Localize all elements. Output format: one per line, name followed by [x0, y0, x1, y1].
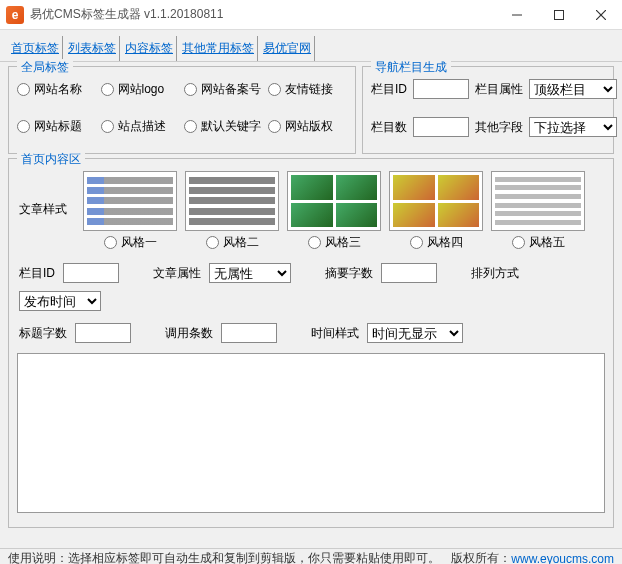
tab-official[interactable]: 易优官网	[260, 36, 315, 61]
radio-site-icp[interactable]: 网站备案号	[184, 81, 264, 98]
radio-default-kw[interactable]: 默认关键字	[184, 118, 264, 135]
style-radio-2[interactable]: 风格二	[206, 234, 259, 251]
radio-copyright[interactable]: 网站版权	[268, 118, 348, 135]
main-legend: 首页内容区	[17, 151, 85, 168]
style-radio-1[interactable]: 风格一	[104, 234, 157, 251]
radio-site-logo[interactable]: 网站logo	[101, 81, 181, 98]
tab-list[interactable]: 列表标签	[65, 36, 120, 61]
output-textarea[interactable]	[17, 353, 605, 513]
style-radio-3[interactable]: 风格三	[308, 234, 361, 251]
attr-label: 文章属性	[153, 265, 201, 282]
style-thumb-5	[491, 171, 585, 231]
style-thumb-2	[185, 171, 279, 231]
tab-home[interactable]: 首页标签	[8, 36, 63, 61]
status-bar: 使用说明：选择相应标签即可自动生成和复制到剪辑版，你只需要粘贴使用即可。 版权所…	[0, 548, 622, 564]
time-select[interactable]: 时间无显示	[367, 323, 463, 343]
summary-label: 摘要字数	[325, 265, 373, 282]
attr-select[interactable]: 无属性	[209, 263, 291, 283]
style-label: 文章样式	[19, 171, 75, 218]
style-radio-4[interactable]: 风格四	[410, 234, 463, 251]
global-tags-group: 全局标签 网站名称 网站logo 网站备案号 友情链接 网站标题 站点描述 默认…	[8, 66, 356, 154]
app-logo-icon: e	[6, 6, 24, 24]
main-group: 首页内容区 文章样式 风格一 风格二 风格三 风格四 风格五	[8, 158, 614, 528]
close-button[interactable]	[580, 0, 622, 30]
style-thumb-4	[389, 171, 483, 231]
col-id-input[interactable]	[63, 263, 119, 283]
radio-site-desc[interactable]: 站点描述	[101, 118, 181, 135]
sort-select[interactable]: 发布时间	[19, 291, 101, 311]
style-thumb-3	[287, 171, 381, 231]
svg-rect-1	[555, 10, 564, 19]
style-radio-5[interactable]: 风格五	[512, 234, 565, 251]
window-title: 易优CMS标签生成器 v1.1.20180811	[30, 6, 496, 23]
sort-label: 排列方式	[471, 265, 519, 282]
radio-site-title[interactable]: 网站标题	[17, 118, 97, 135]
title-len-input[interactable]	[75, 323, 131, 343]
style-thumb-1	[83, 171, 177, 231]
nav-col-count-input[interactable]	[413, 117, 469, 137]
status-copyright-label: 版权所有：	[451, 550, 511, 564]
count-input[interactable]	[221, 323, 277, 343]
nav-col-id-input[interactable]	[413, 79, 469, 99]
minimize-button[interactable]	[496, 0, 538, 30]
nav-group: 导航栏目生成 栏目ID 栏目属性 顶级栏目 栏目数 其他字段 下拉选择	[362, 66, 614, 154]
status-help: 使用说明：选择相应标签即可自动生成和复制到剪辑版，你只需要粘贴使用即可。	[8, 550, 440, 564]
col-id-label: 栏目ID	[19, 265, 55, 282]
radio-site-name[interactable]: 网站名称	[17, 81, 97, 98]
nav-col-id-label: 栏目ID	[371, 81, 407, 98]
maximize-button[interactable]	[538, 0, 580, 30]
nav-col-attr-select[interactable]: 顶级栏目	[529, 79, 617, 99]
nav-col-attr-label: 栏目属性	[475, 81, 523, 98]
time-label: 时间样式	[311, 325, 359, 342]
count-label: 调用条数	[165, 325, 213, 342]
tab-content[interactable]: 内容标签	[122, 36, 177, 61]
summary-input[interactable]	[381, 263, 437, 283]
status-copyright-link[interactable]: www.eyoucms.com	[511, 552, 614, 565]
nav-legend: 导航栏目生成	[371, 59, 451, 76]
titlebar: e 易优CMS标签生成器 v1.1.20180811	[0, 0, 622, 30]
title-len-label: 标题字数	[19, 325, 67, 342]
nav-other-label: 其他字段	[475, 119, 523, 136]
nav-col-count-label: 栏目数	[371, 119, 407, 136]
tab-bar: 首页标签 列表标签 内容标签 其他常用标签 易优官网	[0, 30, 622, 62]
tab-other[interactable]: 其他常用标签	[179, 36, 258, 61]
nav-other-select[interactable]: 下拉选择	[529, 117, 617, 137]
radio-friend-link[interactable]: 友情链接	[268, 81, 348, 98]
global-legend: 全局标签	[17, 59, 73, 76]
